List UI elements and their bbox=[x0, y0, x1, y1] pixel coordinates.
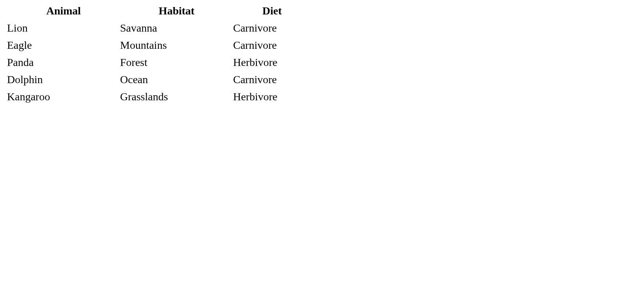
column-header-diet: Diet bbox=[233, 3, 311, 20]
table-row: Kangaroo Grasslands Herbivore bbox=[7, 88, 311, 105]
cell-diet: Herbivore bbox=[233, 54, 311, 71]
cell-animal: Panda bbox=[7, 54, 120, 71]
cell-diet: Herbivore bbox=[233, 88, 311, 105]
table-row: Dolphin Ocean Carnivore bbox=[7, 71, 311, 88]
cell-habitat: Savanna bbox=[120, 20, 233, 37]
cell-diet: Carnivore bbox=[233, 37, 311, 54]
table-row: Eagle Mountains Carnivore bbox=[7, 37, 311, 54]
cell-habitat: Grasslands bbox=[120, 88, 233, 105]
cell-habitat: Ocean bbox=[120, 71, 233, 88]
cell-habitat: Forest bbox=[120, 54, 233, 71]
cell-animal: Eagle bbox=[7, 37, 120, 54]
column-header-animal: Animal bbox=[7, 3, 120, 20]
cell-animal: Lion bbox=[7, 20, 120, 37]
cell-diet: Carnivore bbox=[233, 20, 311, 37]
cell-habitat: Mountains bbox=[120, 37, 233, 54]
cell-animal: Kangaroo bbox=[7, 88, 120, 105]
column-header-habitat: Habitat bbox=[120, 3, 233, 20]
cell-diet: Carnivore bbox=[233, 71, 311, 88]
cell-animal: Dolphin bbox=[7, 71, 120, 88]
table-row: Panda Forest Herbivore bbox=[7, 54, 311, 71]
table-header-row: Animal Habitat Diet bbox=[7, 3, 311, 20]
animals-table: Animal Habitat Diet Lion Savanna Carnivo… bbox=[7, 3, 311, 105]
table-row: Lion Savanna Carnivore bbox=[7, 20, 311, 37]
